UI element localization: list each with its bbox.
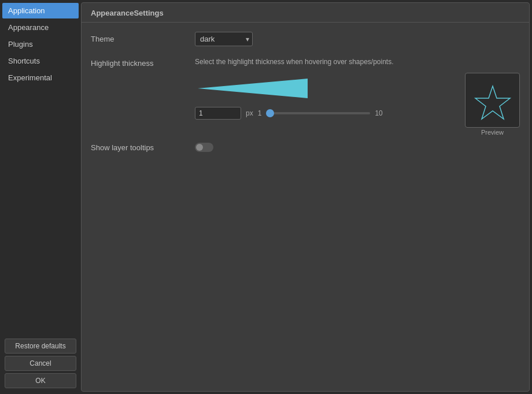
preview-area: px 1 10 Preview	[195, 73, 520, 136]
thickness-visualization	[195, 73, 311, 105]
thickness-value-input[interactable]	[195, 107, 241, 120]
star-icon	[472, 83, 513, 124]
ok-button[interactable]: OK	[5, 373, 76, 388]
sidebar: Application Appearance Plugins Shortcuts…	[0, 0, 81, 394]
star-preview-box	[465, 73, 520, 128]
panel-header: AppearanceSettings	[82, 3, 529, 23]
highlight-right: Select the highlight thickness when hove…	[195, 58, 520, 136]
restore-defaults-button[interactable]: Restore defaults	[5, 339, 76, 354]
panel-content: Theme dark light Highlight thickness Sel…	[82, 23, 529, 391]
sidebar-action-buttons: Restore defaults Cancel OK	[0, 335, 81, 392]
highlight-label: Highlight thickness	[91, 58, 195, 68]
range-min: 1	[258, 109, 262, 117]
preview-label: Preview	[481, 129, 504, 136]
cancel-button[interactable]: Cancel	[5, 356, 76, 371]
theme-setting-row: Theme dark light	[91, 32, 520, 46]
highlight-description: Select the highlight thickness when hove…	[195, 58, 520, 66]
tooltips-toggle[interactable]	[195, 143, 213, 152]
range-max: 10	[375, 109, 382, 117]
svg-marker-0	[198, 79, 308, 98]
sidebar-item-shortcuts[interactable]: Shortcuts	[2, 53, 79, 69]
tooltips-label: Show layer tooltips	[91, 143, 195, 152]
highlight-thickness-section: Highlight thickness Select the highlight…	[91, 58, 520, 136]
px-label: px	[246, 109, 253, 117]
thickness-shape-container: px 1 10	[195, 73, 453, 122]
sidebar-item-appearance[interactable]: Appearance	[2, 20, 79, 35]
tooltips-row: Show layer tooltips	[91, 143, 520, 152]
theme-select[interactable]: dark light	[195, 32, 253, 46]
theme-select-wrapper: dark light	[195, 32, 253, 46]
thickness-slider[interactable]	[266, 112, 370, 114]
sidebar-item-application[interactable]: Application	[2, 3, 79, 18]
svg-marker-1	[475, 86, 510, 119]
slider-row: px 1 10	[195, 107, 453, 120]
star-preview-container: Preview	[465, 73, 520, 136]
main-panel: AppearanceSettings Theme dark light High…	[81, 2, 530, 392]
theme-label: Theme	[91, 35, 195, 43]
sidebar-item-plugins[interactable]: Plugins	[2, 36, 79, 52]
sidebar-item-experimental[interactable]: Experimental	[2, 70, 79, 86]
